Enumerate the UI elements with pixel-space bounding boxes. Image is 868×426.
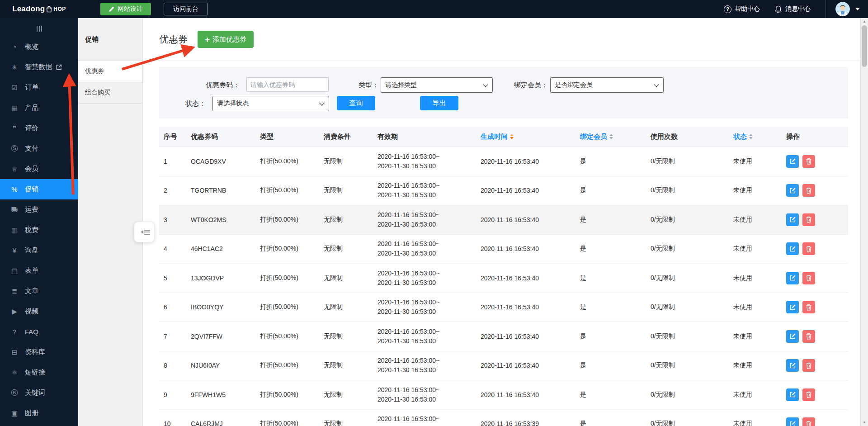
delete-button[interactable] [802,213,815,226]
chevron-down-icon[interactable] [855,8,860,10]
sidebar-item-videos[interactable]: ▶ 视频 [0,301,78,322]
column-header[interactable]: 状态 [729,133,782,141]
cell-condition: 无限制 [319,332,373,341]
edit-button[interactable] [786,417,799,426]
cell-index: 2 [159,187,186,194]
cell-type: 打折(50.00%) [255,361,319,369]
sidebar-item-tax[interactable]: ▥ 税费 [0,220,78,240]
edit-button[interactable] [786,330,799,343]
cell-index: 7 [159,333,186,340]
message-center[interactable]: 消息中心 [774,5,811,13]
sidebar-item-overview[interactable]: ◔ 概览 [0,37,78,57]
avatar[interactable] [835,2,850,16]
edit-button[interactable] [786,155,799,168]
edit-button[interactable] [786,359,799,372]
cell-actions [782,213,848,226]
edit-button[interactable] [786,213,799,226]
status-select[interactable]: 请选择状态 [212,96,329,111]
cell-bound-member: 是 [576,420,646,426]
sidebar-item-faq[interactable]: ? FAQ [0,322,78,342]
sort-icon[interactable] [749,134,753,139]
sidebar-item-forms[interactable]: ▤ 表单 [0,260,78,281]
cell-index: 1 [159,158,186,165]
export-button[interactable]: 导出 [420,96,458,110]
question-icon: ? [724,5,731,13]
cell-created-time: 2020-11-16 16:53:40 [476,333,576,340]
column-header[interactable]: 生成时间 [476,133,576,141]
sidebar-item-keywords[interactable]: Ⓚ 关键词 [0,383,78,403]
delete-button[interactable] [802,184,815,197]
coupon-code-label: 优惠券码： [159,80,240,90]
scroll-down-icon[interactable]: ▼ [861,421,868,425]
faq-icon: ? [10,328,19,336]
scroll-up-icon[interactable]: ▲ [861,19,868,24]
edit-button[interactable] [786,272,799,284]
cell-condition: 无限制 [319,157,373,166]
scrollbar-thumb[interactable] [862,25,867,67]
topbar: Leadong HOP 网站设计 访问前台 ? 帮助中心 消息中心 [0,0,868,18]
cell-condition: 无限制 [319,245,373,253]
delete-button[interactable] [802,155,815,168]
delete-button[interactable] [802,242,815,255]
cell-validity: 2020-11-16 16:53:00~ 2020-11-30 16:53:00 [373,356,476,375]
add-coupon-button[interactable]: + 添加优惠券 [198,31,254,48]
cell-actions [782,417,848,426]
delete-button[interactable] [802,417,815,426]
delete-button[interactable] [802,330,815,343]
table-row: 1 OCAGD9XV 打折(50.00%) 无限制 2020-11-16 16:… [159,147,848,176]
sidebar-item-promotions[interactable]: % 促销 [0,179,78,199]
cell-condition: 无限制 [319,303,373,311]
sidebar-item-members[interactable]: ♕ 会员 [0,159,78,179]
site-design-button[interactable]: 网站设计 [100,3,151,15]
cell-coupon-code: OCAGD9XV [186,158,255,165]
submenu-header: 促销 [78,18,142,61]
cell-bound-member: 是 [576,245,646,253]
sidebar-item-articles[interactable]: ≣ 文章 [0,281,78,301]
forms-icon: ▤ [10,267,19,275]
edit-button[interactable] [786,388,799,401]
delete-button[interactable] [802,388,815,401]
sidebar-item-orders[interactable]: ☑ 订单 [0,77,78,98]
sidebar-item-reviews[interactable]: ❞ 评价 [0,118,78,138]
sidebar-item-library[interactable]: ⊟ 资料库 [0,342,78,362]
cell-validity: 2020-11-16 16:53:00~ 2020-11-30 16:53:00 [373,239,476,258]
type-select[interactable]: 请选择类型 [381,77,493,93]
sidebar-item-shipping[interactable]: ⛟ 运费 [0,199,78,220]
panel-collapse-button[interactable] [134,222,155,242]
edit-button[interactable] [786,301,799,313]
sidebar-item-products[interactable]: ▦ 产品 [0,98,78,118]
logo: Leadong HOP [0,5,78,14]
external-link-icon [56,64,62,70]
orders-icon: ☑ [10,84,19,92]
sidebar-item-inquiry[interactable]: ¥ 询盘 [0,240,78,260]
visit-frontend-button[interactable]: 访问前台 [164,3,208,15]
submenu-item[interactable]: 优惠券 [78,61,142,82]
scrollbar[interactable]: ▲ ▼ [860,18,868,426]
sidebar-item-payment[interactable]: Ⓢ 支付 [0,138,78,159]
help-center[interactable]: ? 帮助中心 [724,5,760,13]
sidebar-item-smart-data[interactable]: ✳ 智慧数据 [0,57,78,77]
edit-button[interactable] [786,184,799,197]
sidebar-collapse-icon[interactable] [0,18,78,37]
coupon-code-input[interactable] [246,77,329,92]
cell-bound-member: 是 [576,303,646,311]
sidebar-item-short-link[interactable]: ⚛ 短链接 [0,362,78,383]
delete-button[interactable] [802,272,815,284]
edit-button[interactable] [786,242,799,255]
library-icon: ⊟ [10,348,19,356]
delete-button[interactable] [802,301,815,313]
submenu-panel: 促销 优惠券 组合购买 [78,18,143,426]
delete-button[interactable] [802,359,815,372]
column-header: 类型 [255,133,319,141]
inquiry-icon: ¥ [10,246,19,254]
column-header[interactable]: 绑定会员 [576,133,646,141]
sort-icon[interactable] [510,134,514,139]
bound-member-select[interactable]: 是否绑定会员 [550,77,664,93]
search-button[interactable]: 查询 [337,96,375,110]
submenu-item[interactable]: 组合购买 [78,82,142,104]
sort-icon[interactable] [609,134,613,139]
cell-bound-member: 是 [576,391,646,399]
cell-coupon-code: CAL6RJMJ [186,420,255,426]
sidebar-item-album[interactable]: ▣ 图册 [0,403,78,423]
title-band: 优惠券 + 添加优惠券 [143,18,860,61]
